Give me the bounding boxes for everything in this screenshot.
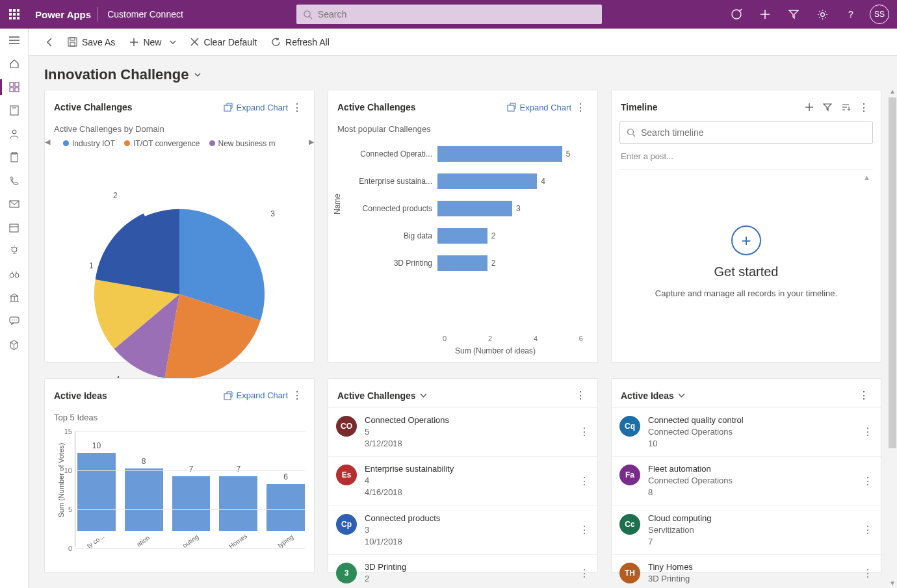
timeline-filter-icon[interactable] (818, 98, 837, 116)
more-icon[interactable]: ⋮ (859, 475, 877, 487)
svg-point-38 (14, 320, 14, 320)
expand-chart-button[interactable]: Expand Chart (224, 103, 289, 112)
nav-home[interactable] (0, 52, 29, 75)
plus-icon[interactable] (751, 0, 779, 29)
vbar-value: 8 (142, 457, 146, 466)
nav-package[interactable] (0, 333, 29, 356)
nav-clipboard[interactable] (0, 146, 29, 169)
list-item[interactable]: Cc Cloud computingServitization7 ⋮ (612, 506, 881, 556)
vbar-value: 7 (189, 465, 194, 474)
refresh-icon (271, 37, 281, 47)
vbar-value: 7 (236, 465, 240, 474)
more-icon[interactable]: ⋮ (575, 567, 593, 580)
vbar-category: ation (131, 530, 157, 552)
svg-rect-42 (70, 42, 75, 46)
hbar-category: Connected products (346, 204, 437, 213)
svg-rect-12 (15, 83, 19, 86)
topbar: Power Apps Customer Connect ? SS (0, 0, 897, 29)
timeline-search[interactable] (619, 121, 873, 144)
list-item[interactable]: TH Tiny Homes3D Printing ⋮ (612, 555, 881, 588)
nav-phone[interactable] (0, 169, 29, 192)
pie-label: 2 (113, 191, 118, 200)
hbar-value: 5 (566, 149, 571, 159)
entity-badge-icon: CO (336, 416, 357, 437)
more-icon[interactable]: ⋮ (288, 98, 306, 116)
timeline-add-icon[interactable] (800, 98, 818, 116)
svg-rect-11 (10, 83, 14, 86)
expand-chart-button[interactable]: Expand Chart (224, 390, 289, 400)
page-scrollbar[interactable]: ▲ ▼ (888, 86, 897, 588)
list-item[interactable]: Es Enterprise sustainability44/16/2018 ⋮ (328, 457, 597, 506)
nav-person[interactable] (0, 122, 29, 146)
x-axis-ticks: 0246 (346, 335, 583, 342)
back-button[interactable] (38, 33, 60, 51)
svg-point-37 (12, 320, 12, 320)
expand-chart-button[interactable]: Expand Chart (507, 103, 572, 112)
more-icon[interactable]: ⋮ (859, 567, 877, 580)
vbar-category: ty co... (83, 530, 110, 552)
svg-text:?: ? (848, 9, 853, 19)
list-item-line2: 4 (365, 475, 567, 487)
nav-mail[interactable] (0, 192, 29, 216)
legend-prev-icon[interactable]: ◀ (45, 138, 50, 146)
more-icon[interactable]: ⋮ (571, 387, 590, 405)
hbar-row: Connected Operati... 5 (346, 140, 587, 168)
app-launcher-icon[interactable] (0, 0, 29, 29)
timeline-search-input[interactable] (641, 127, 866, 138)
more-icon[interactable]: ⋮ (575, 426, 593, 438)
list-item-title: Connected products (365, 513, 567, 524)
timeline-get-started-icon[interactable]: + (731, 225, 761, 255)
svg-point-0 (304, 10, 310, 16)
more-icon[interactable]: ⋮ (859, 426, 877, 438)
filter-icon[interactable] (780, 0, 807, 29)
gear-icon[interactable] (809, 0, 836, 29)
more-icon[interactable]: ⋮ (859, 524, 877, 536)
page-title-chevron-icon[interactable] (194, 71, 202, 79)
list-item-line3: 4/16/2018 (365, 487, 567, 498)
target-icon[interactable] (723, 0, 750, 29)
chevron-down-icon[interactable] (678, 392, 685, 399)
new-button[interactable]: New (123, 33, 183, 51)
search-icon (627, 128, 636, 137)
content-area: Save As New Clear Default Refresh All In… (29, 29, 897, 588)
clear-default-button[interactable]: Clear Default (184, 33, 263, 51)
more-icon[interactable]: ⋮ (855, 98, 873, 116)
list-item[interactable]: CO Connected Operations53/12/2018 ⋮ (328, 408, 597, 457)
list-item[interactable]: 3 3D Printing2 ⋮ (328, 555, 597, 588)
card-pie-challenges: Active Challenges Expand Chart ⋮ Active … (44, 90, 315, 363)
legend-next-icon[interactable]: ▶ (309, 138, 314, 146)
more-icon[interactable]: ⋮ (288, 387, 306, 405)
list-item[interactable]: Cp Connected products310/1/2018 ⋮ (328, 506, 597, 556)
vbar-column: 7Homes (219, 465, 257, 546)
dashboard-grid: Active Challenges Expand Chart ⋮ Active … (29, 90, 897, 588)
nav-calendar[interactable] (0, 216, 29, 239)
more-icon[interactable]: ⋮ (855, 387, 873, 405)
list-item[interactable]: Fa Fleet automationConnected Operations8… (612, 457, 881, 506)
more-icon[interactable]: ⋮ (571, 98, 590, 116)
more-icon[interactable]: ⋮ (575, 475, 593, 487)
nav-idea[interactable] (0, 239, 29, 262)
nav-worksheet[interactable] (0, 99, 29, 122)
help-icon[interactable]: ? (837, 0, 864, 29)
chevron-down-icon[interactable] (420, 392, 427, 399)
nav-bank[interactable] (0, 286, 29, 309)
nav-hamburger[interactable] (0, 29, 29, 52)
nav-binoculars[interactable] (0, 262, 29, 286)
timeline-post-input[interactable]: Enter a post... (619, 149, 873, 164)
list-item[interactable]: Cq Connected quality controlConnected Op… (612, 408, 881, 457)
refresh-all-button[interactable]: Refresh All (265, 33, 336, 51)
save-as-button[interactable]: Save As (61, 33, 122, 51)
svg-line-55 (633, 134, 635, 136)
avatar-button[interactable]: SS (866, 0, 893, 29)
nav-chat[interactable] (0, 309, 29, 333)
timeline-sort-icon[interactable] (837, 98, 855, 116)
scroll-up-icon[interactable]: ▲ (863, 173, 870, 181)
vbar-chart: 05101510ty co...8ation7outing7Homes6typi… (45, 425, 314, 572)
svg-point-54 (628, 129, 634, 135)
hbar-row: Enterprise sustaina... 4 (346, 168, 587, 195)
global-search[interactable] (296, 5, 602, 24)
card-timeline: Timeline ⋮ Enter a post... ▲ + (611, 90, 881, 363)
nav-dashboard[interactable] (0, 75, 29, 99)
global-search-input[interactable] (318, 9, 595, 19)
more-icon[interactable]: ⋮ (575, 524, 593, 536)
